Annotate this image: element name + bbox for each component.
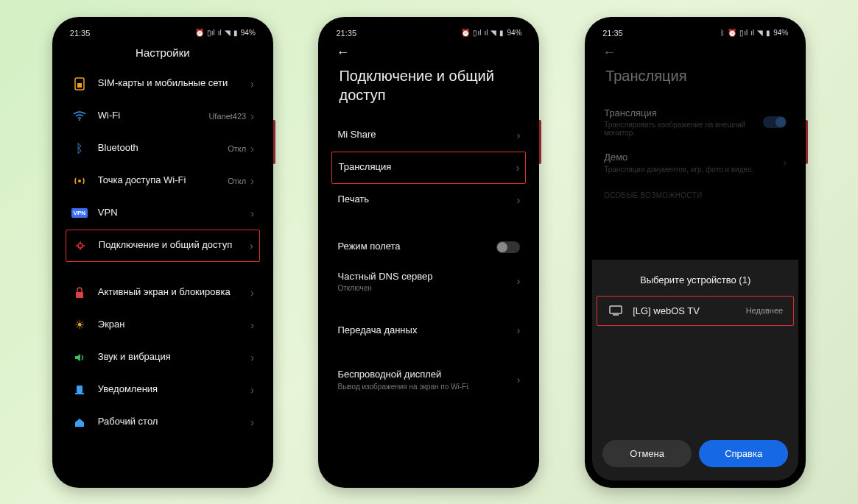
- label: Беспроводной дисплей: [337, 369, 516, 381]
- device-status: Недавнее: [746, 306, 784, 315]
- row-cast[interactable]: Трансляция ›: [331, 152, 526, 184]
- signal-icon: ıl: [484, 29, 488, 37]
- chevron-right-icon: ›: [250, 207, 254, 219]
- value: Откл: [228, 144, 246, 153]
- label: Трансляция: [338, 161, 516, 174]
- label: Подключение и общий доступ: [99, 239, 250, 252]
- chevron-right-icon: ›: [250, 352, 254, 363]
- row-sim[interactable]: SIM-карты и мобильные сети ›: [66, 68, 260, 100]
- row-print[interactable]: Печать ›: [331, 184, 526, 216]
- sound-icon: [71, 349, 88, 366]
- status-icons: ⏰ ▯ıl ıl ◥ ▮ 94%: [195, 29, 256, 37]
- row-airplane[interactable]: Режим полета: [331, 231, 526, 263]
- signal-icon: ıl: [218, 29, 222, 37]
- list: Mi Share › Трансляция › Печать › Режим п…: [326, 119, 532, 399]
- back-button[interactable]: ←: [336, 45, 349, 60]
- row-hotspot[interactable]: Точка доступа Wi-Fi Откл ›: [66, 165, 260, 197]
- status-bar: 21:35 ⏰ ▯ıl ıl ◥ ▮ 94%: [60, 24, 266, 39]
- chevron-right-icon: ›: [250, 110, 254, 122]
- row-wifi[interactable]: Wi-Fi Ufanet423 ›: [66, 100, 260, 132]
- value: Ufanet423: [208, 112, 246, 121]
- sub: Вывод изображения на экран по Wi-Fi.: [337, 383, 516, 391]
- label: Mi Share: [337, 129, 516, 141]
- chevron-right-icon: ›: [517, 275, 521, 287]
- chevron-right-icon: ›: [517, 129, 521, 141]
- label: Bluetooth: [98, 142, 228, 155]
- row-bluetooth[interactable]: ᛒ Bluetooth Откл ›: [66, 132, 260, 165]
- svg-rect-1: [77, 83, 82, 88]
- battery-pct: 94%: [773, 29, 788, 37]
- sub: Транслировать изображение на внешний мон…: [604, 121, 763, 137]
- signal-icon: ▯ıl: [207, 29, 215, 37]
- page-title: Подключение и общий доступ: [326, 63, 532, 119]
- status-time: 21:35: [602, 29, 623, 38]
- row-home[interactable]: Рабочий стол ›: [66, 406, 260, 439]
- chevron-right-icon: ›: [517, 324, 521, 336]
- svg-point-3: [78, 180, 81, 182]
- svg-point-4: [78, 244, 82, 248]
- svg-rect-7: [75, 393, 84, 394]
- battery-icon: ▮: [499, 29, 504, 37]
- chevron-right-icon: ›: [250, 416, 254, 428]
- chevron-right-icon: ›: [517, 194, 521, 206]
- status-icons: ᛒ ⏰ ▯ıl ıl ◥ ▮ 94%: [720, 29, 788, 37]
- toggle-airplane[interactable]: [496, 241, 520, 253]
- signal-icon: ▯ıl: [473, 29, 481, 37]
- label: Передача данных: [337, 324, 516, 337]
- row-data[interactable]: Передача данных ›: [331, 314, 526, 347]
- phone-frame-1: 21:35 ⏰ ▯ıl ıl ◥ ▮ 94% Настройки SIM-кар…: [52, 17, 273, 488]
- dimmed-layer: ← Трансляция Трансляция Транслировать из…: [592, 39, 798, 205]
- row-sound[interactable]: Звук и вибрация ›: [66, 341, 260, 374]
- tv-icon: [608, 305, 624, 316]
- hotspot-icon: [71, 173, 88, 189]
- row-dns[interactable]: Частный DNS сервер Отключен ›: [331, 263, 526, 300]
- toggle-cast[interactable]: [763, 116, 787, 128]
- battery-icon: ▮: [233, 29, 238, 37]
- screen-1: 21:35 ⏰ ▯ıl ıl ◥ ▮ 94% Настройки SIM-кар…: [60, 24, 266, 480]
- chevron-right-icon: ›: [250, 78, 254, 90]
- row-mishare[interactable]: Mi Share ›: [331, 119, 526, 152]
- battery-pct: 94%: [241, 29, 256, 37]
- row-wireless-display[interactable]: Беспроводной дисплей Вывод изображения н…: [331, 361, 526, 398]
- alarm-icon: ⏰: [461, 29, 470, 37]
- screen-2: 21:35 ⏰ ▯ıl ıl ◥ ▮ 94% ← Подключение и о…: [326, 24, 532, 480]
- row-lock[interactable]: Активный экран и блокировка ›: [66, 277, 260, 309]
- chevron-right-icon: ›: [250, 384, 254, 396]
- row-demo[interactable]: Демо Трансляция документов, игр, фото и …: [598, 144, 792, 181]
- status-time: 21:35: [70, 29, 91, 38]
- signal-icon: ▯ıl: [739, 29, 748, 37]
- label: Уведомления: [98, 383, 250, 396]
- home-icon: [71, 414, 88, 430]
- section-label: ОСОБЫЕ ВОЗМОЖНОСТИ: [592, 181, 798, 204]
- chevron-right-icon: ›: [250, 143, 254, 155]
- svg-point-2: [79, 119, 80, 121]
- label: Wi-Fi: [98, 110, 209, 122]
- battery-icon: ▮: [766, 29, 770, 37]
- chevron-right-icon: ›: [517, 374, 521, 386]
- back-button[interactable]: ←: [602, 45, 616, 60]
- page-title: Трансляция: [592, 63, 798, 100]
- label: Демо: [604, 152, 783, 164]
- device-row[interactable]: [LG] webOS TV Недавнее: [597, 296, 794, 326]
- signal-icon: ıl: [750, 29, 754, 37]
- list: Трансляция Транслировать изображение на …: [592, 100, 798, 182]
- alarm-icon: ⏰: [195, 29, 204, 37]
- wifi-icon: ◥: [490, 29, 496, 37]
- label: Рабочий стол: [98, 416, 250, 428]
- cancel-button[interactable]: Отмена: [602, 440, 692, 467]
- svg-rect-5: [76, 292, 83, 298]
- bluetooth-icon: ᛒ: [71, 141, 88, 157]
- chevron-right-icon: ›: [250, 319, 254, 331]
- status-bar: 21:35 ᛒ ⏰ ▯ıl ıl ◥ ▮ 94%: [592, 24, 798, 39]
- lock-icon: [71, 285, 88, 301]
- label: Частный DNS сервер: [337, 271, 516, 283]
- label: Экран: [98, 319, 250, 331]
- help-button[interactable]: Справка: [699, 440, 788, 467]
- row-vpn[interactable]: VPN VPN ›: [66, 197, 260, 230]
- row-notifications[interactable]: Уведомления ›: [66, 374, 260, 406]
- status-icons: ⏰ ▯ıl ıl ◥ ▮ 94%: [461, 29, 521, 37]
- row-connection-sharing[interactable]: Подключение и общий доступ ›: [66, 230, 260, 262]
- row-display[interactable]: ☀ Экран ›: [66, 309, 260, 341]
- label: Звук и вибрация: [98, 351, 250, 363]
- row-cast-toggle[interactable]: Трансляция Транслировать изображение на …: [598, 100, 792, 145]
